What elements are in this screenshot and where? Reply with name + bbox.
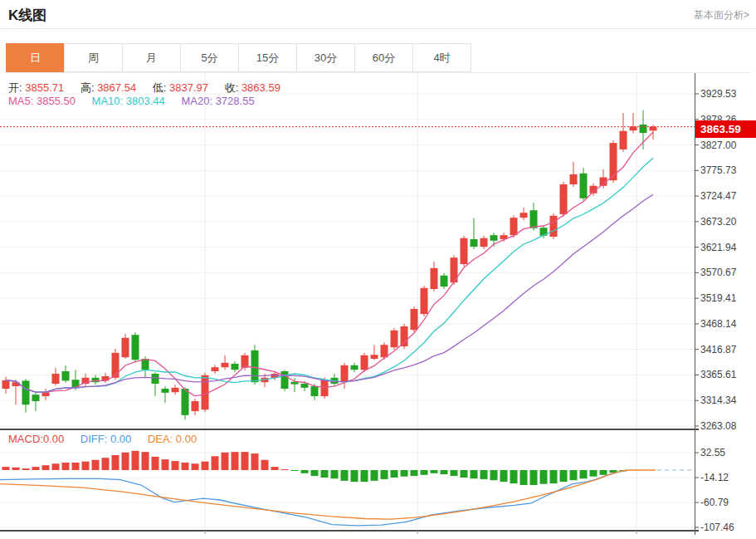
macd-bar-positive xyxy=(172,461,179,470)
svg-text:3519.41: 3519.41 xyxy=(700,292,737,304)
candle-down xyxy=(471,239,478,247)
svg-text:3416.87: 3416.87 xyxy=(700,344,737,355)
candle-up xyxy=(391,331,398,347)
svg-text:3314.34: 3314.34 xyxy=(700,394,737,406)
timeframe-tabs: 日周月5分15分30分60分4时 xyxy=(6,43,751,73)
macd-bar-positive xyxy=(271,467,279,470)
candle-down xyxy=(301,384,309,388)
candle-up xyxy=(480,238,488,247)
current-price-tag: 3863.59 xyxy=(695,120,756,138)
tab-日[interactable]: 日 xyxy=(6,43,65,72)
tab-周[interactable]: 周 xyxy=(64,43,123,72)
ma5-line xyxy=(6,132,653,396)
macd-bar-positive xyxy=(82,462,90,470)
ma20-label: MA20: xyxy=(181,95,212,107)
macd-bar-negative xyxy=(540,470,548,484)
candle-up xyxy=(510,218,518,235)
svg-text:3468.14: 3468.14 xyxy=(700,318,737,330)
candle-down xyxy=(62,371,70,380)
macd-bar-negative xyxy=(520,470,528,485)
candle-down xyxy=(251,350,259,382)
macd-bar-positive xyxy=(92,460,100,470)
macd-bar-negative xyxy=(391,470,398,478)
close-label: 收: xyxy=(225,81,239,94)
svg-text:3929.53: 3929.53 xyxy=(700,88,737,100)
macd-bar-positive xyxy=(32,467,40,470)
candle-down xyxy=(162,389,169,393)
fundamental-analysis-link[interactable]: 基本面分析> xyxy=(694,8,749,22)
candle-down xyxy=(530,210,538,228)
ohlc-readout: 开: 3855.71 高: 3867.54 低: 3837.97 收: 3863… xyxy=(8,81,294,96)
chart-canvas[interactable]: 3929.533878.263827.003775.733724.473673.… xyxy=(0,73,756,539)
candle-up xyxy=(620,131,627,149)
macd-bar-positive xyxy=(62,463,70,470)
candle-down xyxy=(32,394,40,401)
diff-label: DIFF: xyxy=(80,433,108,445)
svg-text:-14.12: -14.12 xyxy=(700,472,729,483)
tab-15分[interactable]: 15分 xyxy=(238,43,297,72)
kline-panel: K线图 基本面分析> 日周月5分15分30分60分4时 3929.533878.… xyxy=(0,0,756,539)
macd-bar-negative xyxy=(351,470,358,482)
candle-down xyxy=(132,335,139,360)
macd-bar-negative xyxy=(471,470,478,478)
macd-bar-positive xyxy=(152,457,159,470)
page-title: K线图 xyxy=(8,6,46,25)
candle-down xyxy=(351,365,358,370)
high-value: 3867.54 xyxy=(97,81,136,94)
ma10-label: MA10: xyxy=(92,95,124,107)
macd-bar-positive xyxy=(232,452,239,470)
candle-down xyxy=(490,235,498,241)
tab-30分[interactable]: 30分 xyxy=(296,43,355,72)
header-divider xyxy=(0,28,756,29)
macd-bar-negative xyxy=(560,470,568,482)
open-value: 3855.71 xyxy=(25,81,64,94)
macd-bar-negative xyxy=(510,470,518,483)
macd-value: 0.00 xyxy=(43,433,64,445)
candle-up xyxy=(520,213,528,218)
candle-up xyxy=(321,380,329,396)
macd-bar-positive xyxy=(52,463,60,470)
candle-up xyxy=(371,355,378,359)
tab-60分[interactable]: 60分 xyxy=(354,43,413,72)
tab-月[interactable]: 月 xyxy=(122,43,181,72)
svg-text:3365.61: 3365.61 xyxy=(700,369,737,380)
tab-5分[interactable]: 5分 xyxy=(180,43,239,72)
candle-up xyxy=(650,127,657,131)
candle-down xyxy=(232,364,239,370)
candle-up xyxy=(431,268,438,289)
macd-bar-negative xyxy=(301,470,309,473)
macd-bar-negative xyxy=(331,470,339,478)
macd-bar-negative xyxy=(291,470,299,471)
ma-readout: MA5: 3855.50 MA10: 3803.44 MA20: 3728.55 xyxy=(8,95,268,107)
ma5-label: MA5: xyxy=(8,95,33,107)
candle-up xyxy=(202,375,209,409)
dea-value: 0.00 xyxy=(176,433,197,445)
macd-bar-negative xyxy=(431,470,438,473)
macd-bar-positive xyxy=(192,463,199,470)
tab-4时[interactable]: 4时 xyxy=(412,43,471,72)
macd-bar-negative xyxy=(321,470,329,478)
candle-up xyxy=(361,355,368,370)
macd-bar-negative xyxy=(590,470,597,477)
candle-up xyxy=(212,367,219,371)
macd-bar-positive xyxy=(2,467,10,470)
low-label: 低: xyxy=(153,81,167,94)
close-value: 3863.59 xyxy=(241,81,280,94)
macd-bar-positive xyxy=(182,463,189,470)
macd-bar-positive xyxy=(241,452,249,470)
candle-up xyxy=(112,353,119,378)
candle-up xyxy=(461,238,468,264)
macd-bar-negative xyxy=(500,470,508,482)
candle-down xyxy=(640,125,647,133)
svg-text:-107.46: -107.46 xyxy=(700,522,734,533)
candle-up xyxy=(42,392,50,396)
macd-label: MACD: xyxy=(8,433,43,445)
svg-text:-60.79: -60.79 xyxy=(700,497,729,508)
svg-text:3263.08: 3263.08 xyxy=(700,420,737,432)
macd-bar-negative xyxy=(451,470,458,476)
candle-down xyxy=(311,386,319,396)
candle-down xyxy=(22,380,30,404)
macd-readout: MACD:0.00 DIFF: 0.00 DEA: 0.00 xyxy=(8,433,210,445)
macd-histogram xyxy=(2,451,627,485)
macd-bar-negative xyxy=(570,470,578,480)
